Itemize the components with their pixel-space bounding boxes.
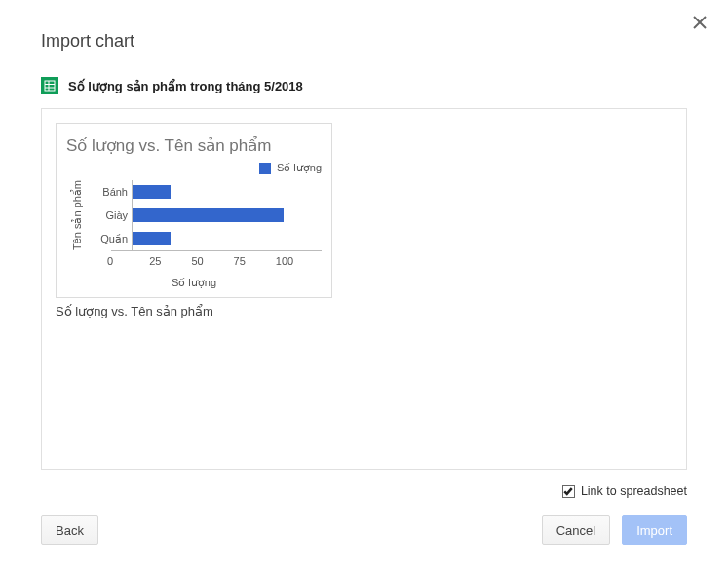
chart-thumbnail[interactable]: Số lượng vs. Tên sản phẩm Số lượng Tên s… xyxy=(56,123,332,298)
y-axis-label: Tên sản phẩm xyxy=(66,180,87,250)
x-tick: 25 xyxy=(149,255,195,267)
dialog-title: Import chart xyxy=(41,31,687,52)
import-button[interactable]: Import xyxy=(622,515,687,545)
x-tick: 75 xyxy=(234,255,280,267)
chart-title: Số lượng vs. Tên sản phẩm xyxy=(66,135,322,156)
bar-fill xyxy=(133,208,284,222)
link-checkbox-label: Link to spreadsheet xyxy=(581,484,687,498)
svg-rect-2 xyxy=(45,81,55,91)
dialog-buttons: Back Cancel Import xyxy=(41,515,687,545)
bar-category-label: Quần xyxy=(87,233,132,245)
chart-caption: Số lượng vs. Tên sản phẩm xyxy=(56,304,672,318)
chart-preview-area: Số lượng vs. Tên sản phẩm Số lượng Tên s… xyxy=(41,108,687,470)
legend-swatch-icon xyxy=(259,163,271,174)
x-axis-label: Số lượng xyxy=(66,277,322,289)
bar-row: Giày xyxy=(87,204,322,227)
link-checkbox[interactable] xyxy=(562,485,575,498)
bars-zone: BánhGiàyQuần xyxy=(87,180,322,250)
sheets-icon xyxy=(41,77,58,94)
x-tick: 0 xyxy=(107,255,153,267)
link-to-spreadsheet-row: Link to spreadsheet xyxy=(41,484,687,498)
bar-category-label: Bánh xyxy=(87,186,132,198)
chart-legend: Số lượng xyxy=(66,162,322,174)
bar-track xyxy=(132,180,322,204)
spreadsheet-header: Số lượng sản phẩm trong tháng 5/2018 xyxy=(41,77,687,94)
import-chart-dialog: Import chart Số lượng sản phẩm trong thá… xyxy=(0,0,728,561)
back-button[interactable]: Back xyxy=(41,515,98,545)
chart-plot: Tên sản phẩm BánhGiàyQuần xyxy=(66,180,322,250)
x-tick: 50 xyxy=(191,255,237,267)
x-axis-ticks: 0255075100 xyxy=(111,250,322,267)
legend-label: Số lượng xyxy=(277,162,322,174)
x-tick: 100 xyxy=(276,255,322,267)
bar-track xyxy=(132,227,322,250)
cancel-button[interactable]: Cancel xyxy=(542,515,610,545)
close-icon[interactable] xyxy=(693,16,707,33)
bar-fill xyxy=(133,232,171,245)
bar-category-label: Giày xyxy=(87,209,132,221)
bar-row: Quần xyxy=(87,227,322,250)
bar-row: Bánh xyxy=(87,180,322,204)
bar-fill xyxy=(133,185,171,199)
bar-track xyxy=(132,204,322,227)
spreadsheet-name: Số lượng sản phẩm trong tháng 5/2018 xyxy=(68,79,303,94)
